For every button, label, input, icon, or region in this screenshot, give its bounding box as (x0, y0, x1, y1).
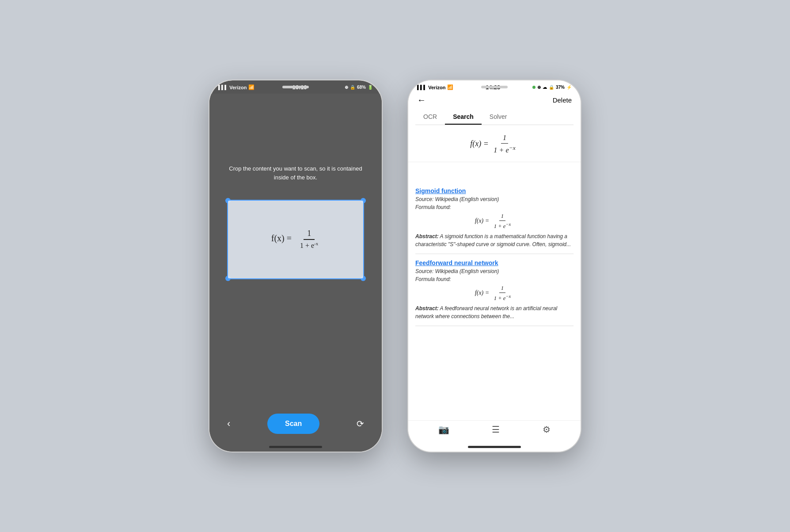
result-item-1: Sigmoid function Source: Wikipedia (Engl… (415, 182, 574, 254)
result-source-2: Source: Wikipedia (English version) (415, 268, 574, 274)
right-bottom-toolbar: 📷 ☰ ⚙ (408, 420, 581, 438)
back-camera-button[interactable]: ‹ (227, 418, 230, 429)
speaker-pill (282, 86, 309, 88)
right-nav-row: ← Delete (408, 92, 581, 108)
camera-toolbar-icon[interactable]: 📷 (438, 424, 449, 435)
source-label-2: Source: (415, 268, 435, 274)
camera-overlay: Crop the content you want to scan, so it… (209, 94, 382, 452)
settings-toolbar-icon[interactable]: ⚙ (543, 424, 551, 435)
formula-display: f(x) = 1 1 + e−x (408, 125, 581, 162)
abstract-label-1: Abstract: (415, 233, 439, 239)
delete-button[interactable]: Delete (553, 96, 572, 104)
results-scroll: Sigmoid function Source: Wikipedia (Engl… (408, 182, 581, 425)
source-label-1: Source: (415, 196, 435, 202)
tab-ocr[interactable]: OCR (415, 110, 445, 125)
result-formula-1: f(x) = 1 1 + e−x (415, 213, 574, 230)
tab-search[interactable]: Search (445, 110, 482, 125)
camera-bottom-bar: ‹ Scan ⟳ (209, 414, 382, 434)
back-button[interactable]: ← (417, 95, 426, 105)
scan-instruction: Crop the content you want to scan, so it… (209, 164, 382, 182)
right-phone: ▌▌▌ Verizon 📶 14:28 ⊕ ☁ 🔒 37% ⚡ ← Delete… (408, 80, 581, 452)
left-home-indicator[interactable] (269, 446, 322, 448)
tab-solver[interactable]: Solver (482, 110, 515, 125)
crop-box: f(x) = 1 1 + e-x (227, 200, 364, 279)
result-abstract-1: Abstract: A sigmoid function is a mathem… (415, 232, 574, 248)
result-title-1[interactable]: Sigmoid function (415, 187, 574, 194)
main-fraction: 1 1 + e−x (492, 134, 517, 155)
result-item-2: Feedforward neural network Source: Wikip… (415, 254, 574, 326)
tab-bar: OCR Search Solver (415, 110, 574, 125)
camera-area: Crop the content you want to scan, so it… (209, 94, 382, 452)
result-abstract-2: Abstract: A feedforward neural network i… (415, 304, 574, 320)
result-formula-label-2: Formula found: (415, 276, 574, 282)
result-formula-2: f(x) = 1 1 + e−x (415, 285, 574, 302)
menu-toolbar-icon[interactable]: ☰ (492, 424, 500, 435)
formula-sketch-bg: f(x) = 1 1 + e-x (228, 201, 363, 278)
right-speaker-pill (481, 86, 508, 88)
abstract-label-2: Abstract: (415, 305, 439, 312)
handwritten-formula: f(x) = 1 1 + e-x (271, 229, 320, 250)
main-formula: f(x) = 1 1 + e−x (470, 134, 519, 155)
result-formula-label-1: Formula found: (415, 204, 574, 210)
result-title-2[interactable]: Feedforward neural network (415, 259, 574, 266)
left-phone: ▌▌▌ Verizon 📶 16:19 ⊕ 🔒 68% 🔋 Crop the c… (209, 80, 382, 452)
result-source-1: Source: Wikipedia (English version) (415, 196, 574, 202)
rotate-button[interactable]: ⟳ (357, 418, 364, 429)
scan-button[interactable]: Scan (267, 414, 319, 434)
right-home-indicator[interactable] (468, 446, 521, 448)
